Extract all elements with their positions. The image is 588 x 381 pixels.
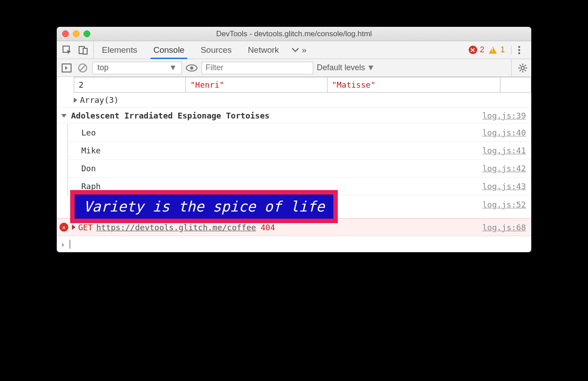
tab-sources[interactable]: Sources <box>193 41 240 59</box>
devtools-window: DevTools - devtools.glitch.me/console/lo… <box>57 27 531 252</box>
log-levels-selector[interactable]: Default levels ▼ <box>317 63 375 72</box>
console-sidebar-toggle-icon[interactable] <box>60 64 73 72</box>
text-cursor <box>70 240 70 249</box>
group-title: Adolescent Irradiated Espionage Tortoise… <box>71 111 269 120</box>
source-link[interactable]: log.js:40 <box>479 126 531 139</box>
source-link[interactable]: log.js:68 <box>479 221 531 234</box>
chevron-down-icon: ▼ <box>367 63 375 72</box>
console-toolbar: top ▼ Default levels ▼ <box>57 59 531 77</box>
execution-context-value: top <box>97 63 109 72</box>
table-fragment: 2 "Henri" "Matisse" <box>57 77 531 93</box>
table-cell-empty <box>500 77 531 93</box>
source-link[interactable]: log.js:42 <box>479 162 531 175</box>
console-group-header[interactable]: Adolescent Irradiated Espionage Tortoise… <box>57 108 531 124</box>
svg-point-5 <box>518 52 520 54</box>
settings-menu-button[interactable] <box>511 46 527 55</box>
expand-triangle-icon[interactable] <box>74 97 77 103</box>
log-entry[interactable]: Leo log.js:40 <box>68 124 531 142</box>
collapse-triangle-icon[interactable] <box>61 114 67 118</box>
table-cell: "Matisse" <box>327 77 500 93</box>
prompt-chevron-icon: › <box>60 240 65 249</box>
svg-line-17 <box>525 70 526 71</box>
table-cell-index: 2 <box>74 77 186 93</box>
console-group-body: Leo log.js:40 Mike log.js:41 Don log.js:… <box>67 124 531 195</box>
svg-rect-2 <box>83 48 87 54</box>
log-entry[interactable]: Mike log.js:41 <box>68 142 531 160</box>
log-text: Leo <box>68 128 479 137</box>
array-label: Array(3) <box>80 95 119 105</box>
log-text: Don <box>68 164 479 173</box>
source-link[interactable]: log.js:39 <box>479 109 531 122</box>
execution-context-selector[interactable]: top ▼ <box>92 62 182 74</box>
inspect-element-icon[interactable] <box>62 45 72 55</box>
devtools-tabbar: Elements Console Sources Network » ✕ 2 1 <box>57 41 531 59</box>
error-url[interactable]: https://devtools.glitch.me/coffee <box>97 223 256 232</box>
styled-log-entry[interactable]: Variety is the spice of life log.js:52 <box>57 195 531 218</box>
source-link[interactable]: log.js:43 <box>479 180 531 193</box>
chevron-down-icon: ▼ <box>169 63 177 72</box>
tab-console[interactable]: Console <box>145 41 193 59</box>
log-levels-label: Default levels <box>317 63 365 72</box>
live-expression-icon[interactable] <box>185 64 198 72</box>
warning-count[interactable]: 1 <box>499 45 507 55</box>
svg-line-19 <box>525 65 526 66</box>
log-entry[interactable]: Don log.js:42 <box>68 160 531 178</box>
log-text: Raph <box>68 182 479 191</box>
table-cell: "Henri" <box>186 77 328 93</box>
http-method: GET <box>78 223 93 232</box>
svg-point-4 <box>518 49 520 51</box>
table-row[interactable]: 2 "Henri" "Matisse" <box>74 77 531 93</box>
console-prompt[interactable]: › <box>57 236 531 252</box>
svg-line-8 <box>80 65 85 71</box>
svg-point-10 <box>190 66 193 69</box>
device-toolbar-icon[interactable] <box>78 45 88 55</box>
styled-log-text: Variety is the spice of life <box>70 190 338 223</box>
http-status: 404 <box>260 223 275 232</box>
window-title: DevTools - devtools.glitch.me/console/lo… <box>57 30 531 38</box>
tab-list: Elements Console Sources Network » <box>93 41 311 59</box>
titlebar: DevTools - devtools.glitch.me/console/lo… <box>57 27 531 41</box>
warning-badge-icon[interactable] <box>489 47 497 54</box>
more-tabs-button[interactable]: » <box>287 41 311 59</box>
expand-triangle-icon[interactable] <box>72 224 76 230</box>
console-table[interactable]: 2 "Henri" "Matisse" <box>74 77 531 93</box>
console-settings-icon[interactable] <box>511 59 528 76</box>
svg-point-11 <box>521 66 525 69</box>
svg-line-18 <box>520 70 521 71</box>
svg-point-3 <box>518 46 520 47</box>
error-badge-icon[interactable]: ✕ <box>469 46 477 54</box>
array-preview-row[interactable]: Array(3) <box>57 93 531 108</box>
log-text: Mike <box>68 146 479 155</box>
clear-console-icon[interactable] <box>76 63 89 73</box>
filter-input-wrapper <box>202 62 313 74</box>
error-count[interactable]: 2 <box>479 45 487 55</box>
tab-elements[interactable]: Elements <box>94 41 145 59</box>
filter-input[interactable] <box>202 62 313 74</box>
tab-network[interactable]: Network <box>240 41 287 59</box>
error-icon: ✕ <box>59 223 68 232</box>
console-body: 2 "Henri" "Matisse" Array(3) Adolescent … <box>57 77 531 252</box>
source-link[interactable]: log.js:52 <box>479 198 531 215</box>
svg-line-16 <box>520 65 521 66</box>
source-link[interactable]: log.js:41 <box>479 144 531 157</box>
